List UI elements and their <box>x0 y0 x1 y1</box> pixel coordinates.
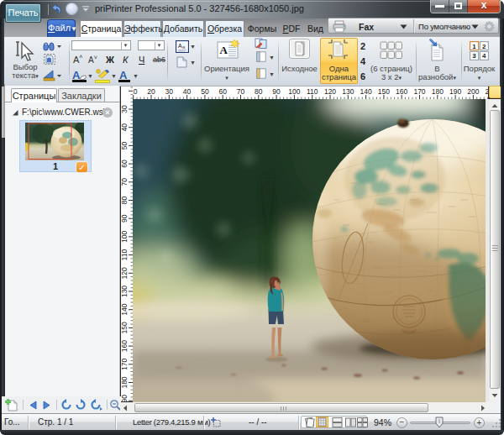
svg-text:A: A <box>220 44 228 56</box>
svg-text:110: 110 <box>307 87 318 96</box>
svg-text:70: 70 <box>121 178 129 186</box>
svg-text:100: 100 <box>121 231 129 243</box>
svg-text:150: 150 <box>121 322 129 333</box>
svg-text:30: 30 <box>165 87 174 96</box>
svg-text:60: 60 <box>218 87 227 96</box>
svg-text:110: 110 <box>121 249 129 261</box>
svg-text:40: 40 <box>121 123 129 132</box>
svg-text:210: 210 <box>486 87 488 96</box>
svg-text:3: 3 <box>472 52 476 60</box>
svg-text:80: 80 <box>255 87 263 96</box>
svg-text:140: 140 <box>360 87 372 96</box>
svg-text:120: 120 <box>324 87 336 96</box>
svg-text:70: 70 <box>237 87 245 96</box>
svg-text:50: 50 <box>121 141 129 149</box>
svg-text:90: 90 <box>121 214 129 223</box>
svg-text:180: 180 <box>432 87 444 96</box>
svg-text:160: 160 <box>121 340 129 352</box>
svg-text:1: 1 <box>472 43 476 50</box>
svg-text:2: 2 <box>482 43 486 50</box>
svg-text:140: 140 <box>121 303 129 315</box>
svg-text:80: 80 <box>121 197 129 205</box>
svg-text:170: 170 <box>121 358 129 369</box>
svg-text:90: 90 <box>272 87 281 96</box>
svg-text:150: 150 <box>378 87 390 96</box>
svg-text:120: 120 <box>121 267 129 279</box>
svg-text:130: 130 <box>121 286 129 297</box>
svg-text:190: 190 <box>449 87 461 96</box>
svg-text:170: 170 <box>413 87 425 96</box>
svg-text:190: 190 <box>121 395 129 401</box>
svg-text:60: 60 <box>121 160 129 168</box>
svg-text:30: 30 <box>121 105 129 113</box>
svg-text:100: 100 <box>288 87 300 96</box>
svg-text:180: 180 <box>121 376 129 388</box>
svg-text:200: 200 <box>467 87 479 96</box>
svg-text:40: 40 <box>183 87 192 96</box>
svg-text:50: 50 <box>201 87 209 96</box>
svg-text:20: 20 <box>147 87 155 96</box>
svg-text:130: 130 <box>342 87 354 96</box>
svg-text:4: 4 <box>482 52 486 60</box>
svg-text:160: 160 <box>396 87 407 96</box>
